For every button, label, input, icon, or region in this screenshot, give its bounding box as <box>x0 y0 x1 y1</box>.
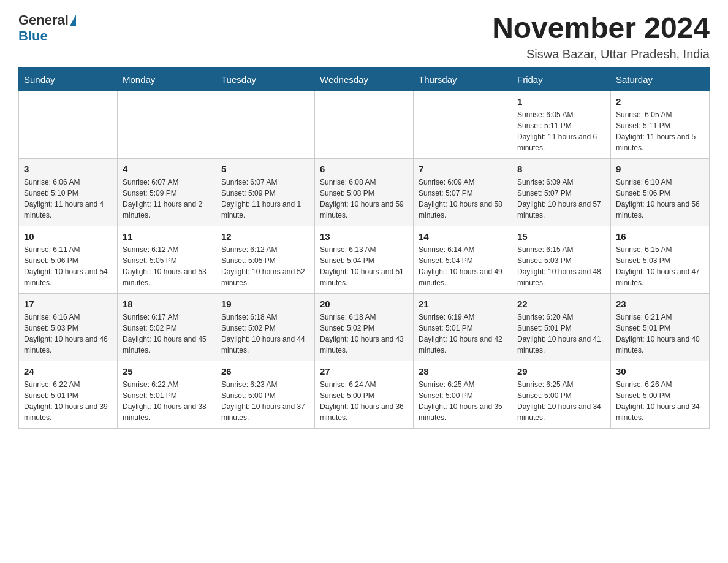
day-number: 4 <box>123 164 211 174</box>
calendar-week-row: 1Sunrise: 6:05 AM Sunset: 5:11 PM Daylig… <box>19 91 710 158</box>
day-number: 7 <box>419 164 507 174</box>
location-text: Siswa Bazar, Uttar Pradesh, India <box>492 47 710 61</box>
day-number: 5 <box>221 164 309 174</box>
logo: General Blue <box>18 12 77 44</box>
day-number: 22 <box>517 299 605 309</box>
day-info: Sunrise: 6:05 AM Sunset: 5:11 PM Dayligh… <box>616 109 704 153</box>
day-number: 10 <box>24 231 112 242</box>
day-number: 28 <box>419 366 507 377</box>
day-number: 13 <box>320 231 408 242</box>
day-info: Sunrise: 6:22 AM Sunset: 5:01 PM Dayligh… <box>123 379 211 423</box>
day-of-week-header: Sunday <box>19 67 118 91</box>
calendar-week-row: 24Sunrise: 6:22 AM Sunset: 5:01 PM Dayli… <box>19 361 710 428</box>
day-number: 25 <box>123 366 211 377</box>
day-of-week-header: Saturday <box>611 67 710 91</box>
calendar-cell: 12Sunrise: 6:12 AM Sunset: 5:05 PM Dayli… <box>216 226 315 293</box>
day-info: Sunrise: 6:09 AM Sunset: 5:07 PM Dayligh… <box>517 177 605 221</box>
day-of-week-header: Tuesday <box>216 67 315 91</box>
logo-general-text: General <box>18 12 69 28</box>
day-number: 19 <box>221 299 309 309</box>
calendar-week-row: 10Sunrise: 6:11 AM Sunset: 5:06 PM Dayli… <box>19 226 710 293</box>
day-info: Sunrise: 6:16 AM Sunset: 5:03 PM Dayligh… <box>24 312 112 356</box>
day-number: 20 <box>320 299 408 309</box>
day-info: Sunrise: 6:23 AM Sunset: 5:00 PM Dayligh… <box>221 379 309 423</box>
calendar-cell: 7Sunrise: 6:09 AM Sunset: 5:07 PM Daylig… <box>414 158 512 226</box>
calendar-cell: 29Sunrise: 6:25 AM Sunset: 5:00 PM Dayli… <box>512 361 611 428</box>
day-info: Sunrise: 6:22 AM Sunset: 5:01 PM Dayligh… <box>24 379 112 423</box>
day-info: Sunrise: 6:12 AM Sunset: 5:05 PM Dayligh… <box>123 244 211 288</box>
day-info: Sunrise: 6:20 AM Sunset: 5:01 PM Dayligh… <box>517 312 605 356</box>
day-number: 6 <box>320 164 408 174</box>
day-info: Sunrise: 6:25 AM Sunset: 5:00 PM Dayligh… <box>517 379 605 423</box>
day-info: Sunrise: 6:15 AM Sunset: 5:03 PM Dayligh… <box>616 244 704 288</box>
calendar-header-row: SundayMondayTuesdayWednesdayThursdayFrid… <box>19 67 710 91</box>
logo-triangle-icon <box>70 15 76 26</box>
logo-blue-text: Blue <box>18 28 48 44</box>
day-info: Sunrise: 6:10 AM Sunset: 5:06 PM Dayligh… <box>616 177 704 221</box>
day-number: 3 <box>24 164 112 174</box>
calendar-cell: 23Sunrise: 6:21 AM Sunset: 5:01 PM Dayli… <box>611 293 710 361</box>
day-info: Sunrise: 6:14 AM Sunset: 5:04 PM Dayligh… <box>419 244 507 288</box>
calendar-cell: 3Sunrise: 6:06 AM Sunset: 5:10 PM Daylig… <box>19 158 118 226</box>
day-number: 26 <box>221 366 309 377</box>
day-number: 12 <box>221 231 309 242</box>
day-of-week-header: Wednesday <box>315 67 414 91</box>
day-number: 9 <box>616 164 704 174</box>
day-info: Sunrise: 6:25 AM Sunset: 5:00 PM Dayligh… <box>419 379 507 423</box>
calendar-cell: 6Sunrise: 6:08 AM Sunset: 5:08 PM Daylig… <box>315 158 414 226</box>
day-info: Sunrise: 6:15 AM Sunset: 5:03 PM Dayligh… <box>517 244 605 288</box>
day-info: Sunrise: 6:18 AM Sunset: 5:02 PM Dayligh… <box>320 312 408 356</box>
calendar-table: SundayMondayTuesdayWednesdayThursdayFrid… <box>18 67 710 429</box>
day-info: Sunrise: 6:19 AM Sunset: 5:01 PM Dayligh… <box>419 312 507 356</box>
day-info: Sunrise: 6:12 AM Sunset: 5:05 PM Dayligh… <box>221 244 309 288</box>
day-number: 14 <box>419 231 507 242</box>
day-info: Sunrise: 6:07 AM Sunset: 5:09 PM Dayligh… <box>221 177 309 221</box>
day-info: Sunrise: 6:09 AM Sunset: 5:07 PM Dayligh… <box>419 177 507 221</box>
day-number: 18 <box>123 299 211 309</box>
calendar-cell: 14Sunrise: 6:14 AM Sunset: 5:04 PM Dayli… <box>414 226 512 293</box>
day-number: 1 <box>517 96 605 107</box>
day-info: Sunrise: 6:18 AM Sunset: 5:02 PM Dayligh… <box>221 312 309 356</box>
day-number: 2 <box>616 96 704 107</box>
day-number: 15 <box>517 231 605 242</box>
day-number: 16 <box>616 231 704 242</box>
calendar-cell: 19Sunrise: 6:18 AM Sunset: 5:02 PM Dayli… <box>216 293 315 361</box>
day-info: Sunrise: 6:17 AM Sunset: 5:02 PM Dayligh… <box>123 312 211 356</box>
calendar-cell: 1Sunrise: 6:05 AM Sunset: 5:11 PM Daylig… <box>512 91 611 158</box>
day-of-week-header: Thursday <box>414 67 512 91</box>
day-number: 30 <box>616 366 704 377</box>
day-info: Sunrise: 6:08 AM Sunset: 5:08 PM Dayligh… <box>320 177 408 221</box>
calendar-cell: 4Sunrise: 6:07 AM Sunset: 5:09 PM Daylig… <box>118 158 216 226</box>
calendar-cell: 28Sunrise: 6:25 AM Sunset: 5:00 PM Dayli… <box>414 361 512 428</box>
calendar-cell: 9Sunrise: 6:10 AM Sunset: 5:06 PM Daylig… <box>611 158 710 226</box>
calendar-cell <box>216 91 315 158</box>
calendar-cell: 18Sunrise: 6:17 AM Sunset: 5:02 PM Dayli… <box>118 293 216 361</box>
calendar-week-row: 17Sunrise: 6:16 AM Sunset: 5:03 PM Dayli… <box>19 293 710 361</box>
calendar-cell <box>315 91 414 158</box>
day-number: 27 <box>320 366 408 377</box>
calendar-cell: 24Sunrise: 6:22 AM Sunset: 5:01 PM Dayli… <box>19 361 118 428</box>
calendar-week-row: 3Sunrise: 6:06 AM Sunset: 5:10 PM Daylig… <box>19 158 710 226</box>
calendar-cell <box>414 91 512 158</box>
calendar-cell: 20Sunrise: 6:18 AM Sunset: 5:02 PM Dayli… <box>315 293 414 361</box>
calendar-cell <box>118 91 216 158</box>
calendar-cell: 13Sunrise: 6:13 AM Sunset: 5:04 PM Dayli… <box>315 226 414 293</box>
calendar-cell: 15Sunrise: 6:15 AM Sunset: 5:03 PM Dayli… <box>512 226 611 293</box>
day-number: 11 <box>123 231 211 242</box>
day-number: 21 <box>419 299 507 309</box>
day-number: 17 <box>24 299 112 309</box>
calendar-cell: 27Sunrise: 6:24 AM Sunset: 5:00 PM Dayli… <box>315 361 414 428</box>
day-of-week-header: Friday <box>512 67 611 91</box>
calendar-cell: 21Sunrise: 6:19 AM Sunset: 5:01 PM Dayli… <box>414 293 512 361</box>
title-section: November 2024 Siswa Bazar, Uttar Pradesh… <box>492 12 710 61</box>
day-number: 29 <box>517 366 605 377</box>
calendar-cell: 16Sunrise: 6:15 AM Sunset: 5:03 PM Dayli… <box>611 226 710 293</box>
calendar-cell: 10Sunrise: 6:11 AM Sunset: 5:06 PM Dayli… <box>19 226 118 293</box>
calendar-cell: 2Sunrise: 6:05 AM Sunset: 5:11 PM Daylig… <box>611 91 710 158</box>
calendar-cell <box>19 91 118 158</box>
day-info: Sunrise: 6:11 AM Sunset: 5:06 PM Dayligh… <box>24 244 112 288</box>
day-info: Sunrise: 6:21 AM Sunset: 5:01 PM Dayligh… <box>616 312 704 356</box>
calendar-cell: 25Sunrise: 6:22 AM Sunset: 5:01 PM Dayli… <box>118 361 216 428</box>
calendar-cell: 17Sunrise: 6:16 AM Sunset: 5:03 PM Dayli… <box>19 293 118 361</box>
month-title: November 2024 <box>492 12 710 45</box>
